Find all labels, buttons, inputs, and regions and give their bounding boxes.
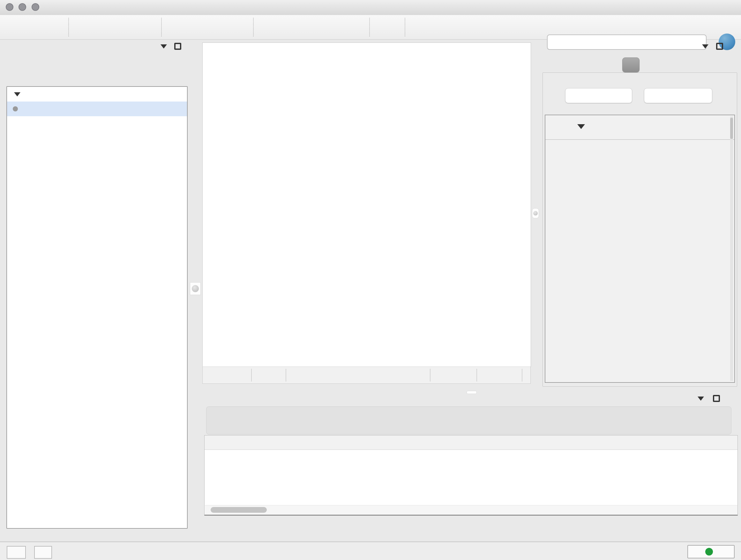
network-view-toolbar: [202, 367, 531, 384]
float-table-icon[interactable]: [713, 395, 720, 402]
application-window: [0, 0, 741, 560]
network-view: [201, 39, 532, 391]
collapse-all-button[interactable]: [644, 88, 712, 103]
right-splitter-handle[interactable]: [532, 208, 539, 219]
table-row[interactable]: [205, 450, 738, 464]
network-selection-bar: [4, 72, 189, 86]
zoom-window-icon[interactable]: [31, 3, 39, 11]
network-canvas[interactable]: [202, 43, 531, 367]
tab-string[interactable]: [622, 57, 639, 72]
toolbar-separator: [405, 18, 405, 37]
title-bar: [0, 0, 741, 15]
node-table: [204, 435, 738, 516]
table-scrollbar-thumb[interactable]: [211, 507, 267, 513]
float-results-icon[interactable]: [716, 43, 723, 50]
toolbar-separator: [161, 18, 162, 37]
main-toolbar: [0, 15, 741, 40]
status-bar: [0, 542, 741, 560]
toolbar-separator: [68, 18, 69, 37]
close-window-icon[interactable]: [6, 3, 13, 11]
toolbar-separator: [253, 18, 254, 37]
network-status-dot: [13, 106, 18, 111]
table-panel: [201, 393, 741, 540]
warning-status-button[interactable]: [34, 546, 52, 559]
cloud-status-button[interactable]: [7, 546, 26, 559]
protein-structure-image: [559, 157, 690, 285]
collapse-results-icon[interactable]: [702, 44, 709, 49]
table-header-row: [205, 435, 738, 450]
memory-status-dot: [705, 548, 713, 556]
collapse-table-icon[interactable]: [697, 396, 704, 401]
toolbar-separator: [369, 18, 370, 37]
memory-button[interactable]: [687, 545, 735, 558]
protein-details-card: [545, 115, 735, 383]
float-panel-icon[interactable]: [174, 43, 181, 50]
string-results-box: [542, 72, 737, 387]
protein-expander-icon[interactable]: [577, 124, 585, 129]
protein-header-row[interactable]: [545, 115, 734, 140]
network-row[interactable]: [7, 102, 187, 116]
network-tree: [6, 86, 188, 529]
results-panel: [539, 39, 741, 391]
table-toolbar: [206, 407, 731, 435]
results-scrollbar-thumb[interactable]: [730, 118, 733, 139]
network-collection-row[interactable]: [7, 87, 187, 102]
collection-expander-icon[interactable]: [14, 92, 20, 97]
control-panel: [4, 39, 189, 537]
collapse-panel-icon[interactable]: [160, 44, 167, 49]
table-horizontal-scrollbar: [205, 505, 738, 514]
left-splitter-handle[interactable]: [190, 282, 201, 295]
minimize-window-icon[interactable]: [18, 3, 26, 11]
results-scrollbar: [730, 117, 733, 381]
expand-all-button[interactable]: [565, 88, 632, 103]
